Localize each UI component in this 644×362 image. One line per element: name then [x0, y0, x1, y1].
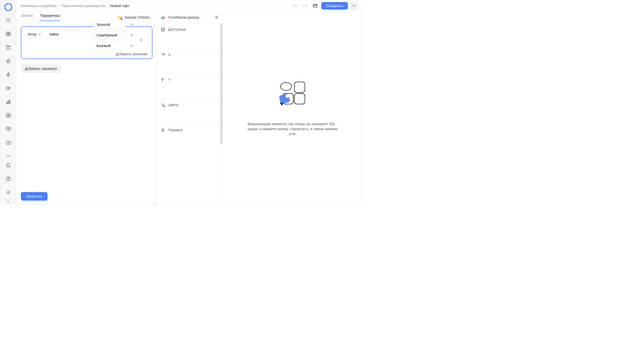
section-label: Подписи	[168, 128, 182, 132]
folder-icon[interactable]	[4, 138, 13, 147]
breadcrumb-item[interactable]: Коллекции и воркбуки	[20, 4, 56, 8]
breadcrumb: Коллекции и воркбуки / Практические руко…	[20, 4, 129, 8]
section-label: X	[168, 53, 171, 57]
monitor-icon[interactable]	[4, 124, 13, 133]
svg-rect-39	[161, 17, 162, 19]
save-dropdown[interactable]	[350, 2, 358, 10]
svg-point-7	[6, 21, 7, 22]
add-param-button[interactable]: Добавить параметр	[21, 64, 61, 73]
svg-rect-11	[9, 32, 10, 34]
svg-rect-40	[163, 16, 164, 19]
config-panel: Столбчатая диагра... Доступные X Y	[157, 11, 223, 204]
section-colors[interactable]: Цвета	[157, 99, 222, 124]
lightning-icon[interactable]	[4, 70, 13, 79]
colon: :	[89, 38, 91, 42]
tab-params[interactable]: Параметры	[40, 13, 60, 21]
chart-settings-button[interactable]	[214, 15, 219, 20]
scrollbar[interactable]	[220, 23, 222, 144]
sidebar	[0, 0, 16, 204]
bar-chart-icon	[161, 15, 165, 20]
svg-point-6	[9, 20, 10, 21]
svg-rect-19	[9, 100, 10, 104]
param-name-input[interactable]	[47, 30, 87, 38]
svg-point-26	[6, 156, 7, 156]
undo-button[interactable]	[291, 2, 299, 10]
link-icon[interactable]	[4, 84, 13, 93]
svg-point-50	[286, 94, 289, 98]
expand-sidebar[interactable]	[0, 199, 16, 204]
breadcrumb-separator: /	[107, 4, 108, 8]
preview-panel: Визуализация появится, как только вы нап…	[223, 11, 362, 204]
svg-point-4	[6, 20, 7, 21]
redo-button[interactable]	[301, 2, 309, 10]
remove-param-button[interactable]	[138, 36, 145, 43]
more-icon[interactable]	[4, 152, 13, 161]
svg-rect-35	[119, 16, 120, 19]
svg-point-8	[8, 21, 9, 22]
apps-icon[interactable]	[4, 16, 13, 25]
svg-point-28	[9, 156, 10, 156]
section-x[interactable]: X	[157, 49, 222, 74]
param-value-input[interactable]	[94, 31, 126, 39]
svg-point-44	[164, 106, 165, 107]
section-y[interactable]: Y	[157, 74, 222, 99]
tab-query[interactable]: Запрос	[21, 13, 33, 21]
svg-point-16	[8, 87, 10, 89]
svg-rect-41	[164, 17, 165, 19]
svg-rect-13	[9, 34, 10, 36]
add-value-button[interactable]: Добавить значение	[25, 50, 148, 56]
datasource-name: Sample ClickHo...	[125, 15, 152, 19]
param-value-input[interactable]	[94, 20, 126, 29]
settings-icon[interactable]	[4, 188, 13, 197]
breadcrumb-current: Новый чарт	[110, 4, 129, 8]
app-logo[interactable]	[4, 3, 12, 11]
param-editor: string :	[21, 26, 152, 59]
left-panel: Запрос Параметры Sample ClickHo... ▲	[16, 11, 157, 204]
section-label: Доступные	[168, 27, 186, 31]
layout-icon[interactable]	[311, 2, 319, 10]
svg-rect-18	[8, 101, 9, 104]
param-value-input[interactable]	[94, 41, 126, 50]
svg-rect-37	[121, 16, 122, 18]
bell-icon[interactable]	[4, 161, 13, 170]
arrow-up-icon	[161, 78, 165, 82]
help-icon[interactable]	[4, 174, 13, 183]
svg-point-43	[162, 28, 165, 29]
svg-rect-32	[313, 4, 317, 7]
chart-type-label[interactable]: Столбчатая диагра...	[168, 15, 212, 19]
collections-icon[interactable]	[4, 43, 13, 52]
placeholder-text: Визуализация появится, как только вы нап…	[247, 122, 338, 137]
datasource-selector[interactable]: Sample ClickHo...	[117, 15, 152, 20]
dashboard-icon[interactable]	[4, 29, 13, 38]
section-label: Y	[168, 78, 171, 82]
breadcrumb-separator: /	[58, 4, 59, 8]
arrow-right-icon	[161, 53, 165, 57]
section-available[interactable]: Доступные	[157, 23, 222, 49]
placeholder-illustration	[277, 79, 307, 107]
param-type-select[interactable]: string	[25, 30, 44, 38]
svg-point-31	[8, 192, 9, 193]
svg-point-1	[6, 18, 7, 19]
param-type-label: string	[28, 32, 36, 36]
breadcrumb-item[interactable]: Практические руководства	[61, 4, 105, 8]
svg-point-5	[8, 20, 9, 21]
remove-value-button[interactable]	[128, 21, 135, 28]
remove-value-button[interactable]	[128, 32, 135, 39]
svg-rect-17	[7, 102, 7, 104]
save-button[interactable]: Сохранить	[321, 2, 348, 10]
svg-point-30	[8, 180, 9, 180]
star-icon[interactable]	[4, 57, 13, 66]
svg-rect-14	[7, 47, 10, 49]
section-label: Цвета	[168, 103, 178, 107]
topbar: Коллекции и воркбуки / Практические руко…	[16, 0, 362, 11]
text-icon	[161, 128, 165, 132]
chart-icon[interactable]	[4, 97, 13, 106]
remove-value-button[interactable]	[128, 42, 135, 49]
grid-icon[interactable]	[4, 111, 13, 120]
svg-rect-12	[6, 34, 8, 36]
svg-point-48	[280, 82, 292, 90]
svg-point-27	[8, 156, 9, 156]
run-button[interactable]: Запустить	[21, 192, 48, 201]
section-labels[interactable]: Подписи	[157, 124, 222, 149]
scroll-down-icon: ▼	[153, 201, 156, 204]
